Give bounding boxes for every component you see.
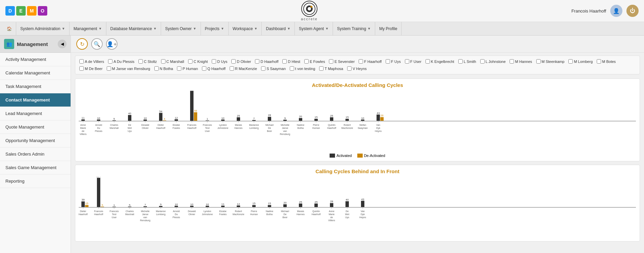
nav-system-agent[interactable]: System Agent ▼ [295,22,333,36]
user-avatar-icon[interactable]: 👤 [610,5,622,17]
person-filter-item[interactable]: L Smith [457,59,478,64]
svg-rect-45 [190,91,194,121]
sidebar-item-task[interactable]: Task Management [0,80,71,93]
person-checkbox[interactable] [231,59,236,64]
sidebar-item-contact[interactable]: Contact Management [0,93,71,107]
person-filter-item[interactable]: F User [404,59,423,64]
svg-text:Olivier: Olivier [142,127,149,129]
nav-workspace[interactable]: Workspace ▼ [229,22,262,36]
person-checkbox[interactable] [108,59,112,64]
person-filter-item[interactable]: M Lomberg [567,59,594,64]
nav-projects[interactable]: Projects ▼ [201,22,229,36]
person-checkbox[interactable] [261,66,265,71]
nav-my-profile[interactable]: My Profile [375,22,402,36]
person-filter-item[interactable]: P Human [176,66,199,71]
person-filter-item[interactable]: L Johnstone [479,59,507,64]
person-checkbox[interactable] [510,59,514,64]
person-checkbox[interactable] [386,59,390,64]
sidebar-item-calendar[interactable]: Calendar Management [0,66,71,80]
person-checkbox[interactable] [79,59,84,64]
power-button[interactable]: ⏻ [626,5,639,17]
refresh-button[interactable]: ↻ [76,38,88,50]
person-checkbox[interactable] [304,59,309,64]
svg-text:4: 4 [164,117,165,120]
sidebar-item-reporting[interactable]: Reporting [0,175,71,188]
person-filter-item[interactable]: K Engelbrecht [424,59,456,64]
nav-db-maintenance[interactable]: Database Maintenance ▼ [106,22,161,36]
person-filter-item[interactable]: D Olivier [230,59,252,64]
sidebar-item-quote[interactable]: Quote Management [0,120,71,134]
nav-system-training[interactable]: System Training ▼ [333,22,375,36]
nav-management[interactable]: Management ▼ [70,22,106,36]
person-filter-item[interactable]: E Fowles [303,59,326,64]
person-filter-item[interactable]: M Janse van Rensburg [105,66,152,71]
person-checkbox[interactable] [347,66,352,71]
person-filter-item[interactable]: C Stoltz [137,59,158,64]
person-filter-item[interactable]: Q Haarhoff [201,66,227,71]
person-checkbox[interactable] [177,66,181,71]
person-checkbox[interactable] [359,59,363,64]
add-contact-button[interactable]: 👤+ [106,38,118,50]
person-checkbox[interactable] [282,59,287,64]
svg-text:De: De [346,210,349,212]
person-filter-item[interactable]: E Sevenster [328,59,356,64]
person-filter-item[interactable]: M Steenkamp [535,59,566,64]
person-checkbox[interactable] [212,59,216,64]
person-filter-item[interactable]: A Du Plessis [107,59,136,64]
person-filter-item[interactable]: V Heyns [346,66,368,71]
sidebar-item-opportunity[interactable]: Opportunity Management [0,134,71,147]
person-checkbox[interactable] [230,66,234,71]
person-checkbox[interactable] [154,66,159,71]
person-checkbox[interactable] [568,59,573,64]
search-button[interactable]: 🔍 [91,38,103,50]
nav-system-owner[interactable]: System Owner ▼ [161,22,201,36]
person-filter-item[interactable]: D Uys [210,59,229,64]
person-checkbox[interactable] [319,66,324,71]
sidebar-item-activity[interactable]: Activity Management [0,53,71,66]
person-checkbox[interactable] [255,59,259,64]
person-filter-item[interactable]: C Marshall [160,59,186,64]
person-filter-item[interactable]: T Maphosa [318,66,344,71]
person-filter-item[interactable]: D Htest [281,59,302,64]
sidebar-item-sales-game[interactable]: Sales Game Management [0,161,71,175]
chevron-down-icon: ▼ [193,27,197,30]
person-checkbox[interactable] [138,59,143,64]
person-filter-item[interactable]: M De Beer [78,66,104,71]
person-filter-item[interactable]: A de Villiers [78,59,105,64]
person-checkbox[interactable] [202,66,206,71]
person-filter-item[interactable]: F Haarhoff [357,59,383,64]
back-button[interactable]: ◀ [58,40,67,48]
nav-dashboard[interactable]: Dashboard ▼ [262,22,295,36]
person-checkbox[interactable] [188,59,192,64]
person-checkbox[interactable] [329,59,333,64]
person-filter-item[interactable]: S Saayman [260,66,287,71]
sidebar-item-lead[interactable]: Lead Management [0,107,71,120]
person-checkbox[interactable] [480,59,485,64]
chart2-area: 3915DieterHaarhoff1945FrancoisHaarhoff1F… [79,177,636,238]
person-checkbox[interactable] [458,59,463,64]
person-filter-item[interactable]: N Botha [153,66,175,71]
sidebar-item-sales-orders[interactable]: Sales Orders Admin [0,147,71,161]
person-checkbox[interactable] [405,59,409,64]
person-checkbox[interactable] [161,59,165,64]
person-checkbox[interactable] [290,66,294,71]
person-checkbox[interactable] [426,59,430,64]
person-filter-item[interactable]: M Hannes [508,59,533,64]
person-label: P Human [182,67,198,71]
person-checkbox[interactable] [107,66,111,71]
svg-text:5: 5 [129,204,131,207]
svg-text:Quintin: Quintin [312,210,320,213]
person-filter-item[interactable]: C Knight [187,59,209,64]
person-filter-item[interactable]: R MacKenzie [228,66,258,71]
svg-text:Charles: Charles [110,124,119,126]
person-checkbox[interactable] [597,59,601,64]
nav-system-admin[interactable]: System Administration ▼ [16,22,70,36]
person-filter-item[interactable]: F Uys [384,59,402,64]
person-filter-item[interactable]: M Botes [595,59,617,64]
person-filter-item[interactable]: t von testing [288,66,316,71]
person-checkbox[interactable] [79,66,84,71]
person-filter-item[interactable]: D Haarhoff [254,59,280,64]
person-checkbox[interactable] [536,59,541,64]
nav-home[interactable]: 🏠 [3,22,16,36]
svg-text:Villiers: Villiers [328,219,335,222]
